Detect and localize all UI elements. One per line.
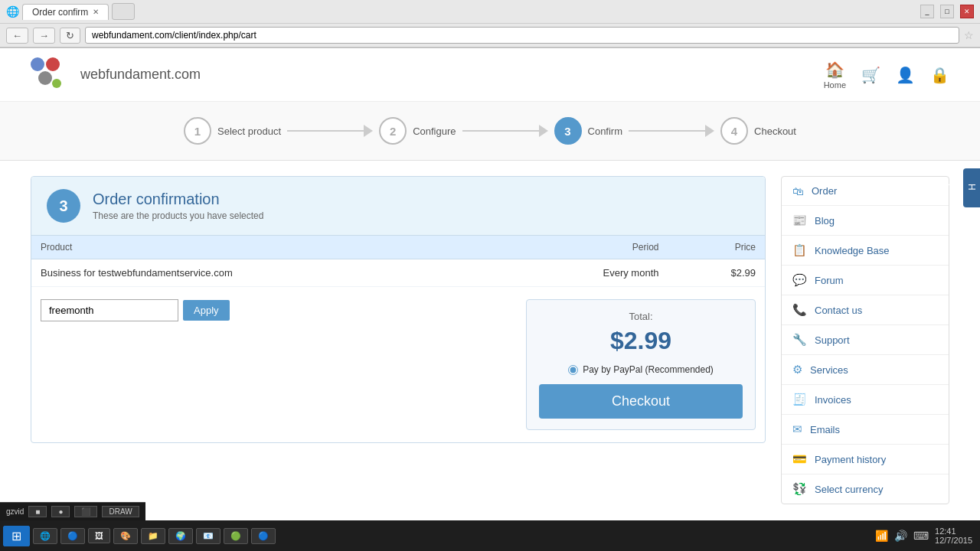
order-title: Order confirmation — [93, 191, 263, 208]
wizard-step-3: 3 Confirm — [554, 117, 623, 145]
cart-icon: 🛒 — [861, 66, 880, 84]
sidebar: 🛍 Order 📰 Blog 📋 Knowledge Base 💬 Forum … — [781, 176, 949, 504]
total-panel: Total: $2.99 Pay by PayPal (Recommended)… — [526, 299, 756, 430]
total-amount: $2.99 — [539, 327, 743, 355]
step-1-label: Select product — [217, 126, 281, 137]
page-wrapper: webfundament.com 🏠 Home 🛒 👤 🔒 1 Select p… — [0, 48, 980, 520]
forward-btn[interactable]: → — [33, 28, 55, 44]
browser-tab[interactable]: Order confirm ✕ — [22, 4, 109, 20]
step-4-label: Checkout — [754, 126, 796, 137]
logo-image — [31, 57, 73, 92]
payment-history-icon: 💳 — [792, 452, 807, 466]
forum-icon: 💬 — [792, 273, 807, 287]
browser-titlebar: 🌐 Order confirm ✕ _ □ ✕ — [0, 0, 980, 24]
sidebar-label-blog: Blog — [815, 215, 835, 227]
maximize-btn[interactable]: □ — [940, 5, 954, 18]
paypal-radio[interactable] — [568, 365, 578, 375]
rec-btn[interactable]: ● — [51, 506, 70, 517]
coupon-area: Apply — [41, 299, 511, 321]
refresh-btn[interactable]: ↻ — [60, 28, 80, 44]
apply-button[interactable]: Apply — [183, 300, 230, 321]
sidebar-label-services: Services — [810, 364, 848, 376]
bookmark-icon[interactable]: ☆ — [964, 29, 974, 41]
account-icon: 👤 — [896, 66, 915, 84]
sidebar-label-emails: Emails — [810, 424, 840, 435]
order-step-badge: 3 — [47, 189, 80, 223]
sidebar-label-contact: Contact us — [815, 305, 862, 316]
step-4-bubble: 4 — [720, 117, 748, 145]
order-bottom: Apply Total: $2.99 Pay by PayPal (Recomm… — [31, 287, 765, 442]
sidebar-item-payment-history[interactable]: 💳 Payment history — [782, 445, 949, 474]
sidebar-label-select-currency: Select currency — [815, 484, 884, 495]
product-table: Product Period Price Business for testwe… — [31, 236, 765, 287]
sidebar-item-order[interactable]: 🛍 Order — [782, 177, 949, 206]
sidebar-item-knowledge-base[interactable]: 📋 Knowledge Base — [782, 236, 949, 266]
site-header: webfundament.com 🏠 Home 🛒 👤 🔒 — [0, 48, 980, 102]
table-row: Business for testwebfundamentservice.com… — [31, 259, 765, 287]
order-card-title-area: Order confirmation These are the product… — [93, 191, 263, 221]
sidebar-item-forum[interactable]: 💬 Forum — [782, 266, 949, 295]
pause-btn[interactable]: ⬛ — [74, 506, 97, 517]
wizard-step-4: 4 Checkout — [720, 117, 796, 145]
wizard-step-2: 2 Configure — [379, 117, 456, 145]
total-label: Total: — [539, 311, 743, 322]
step-3-bubble: 3 — [554, 117, 582, 145]
browser-chrome: 🌐 Order confirm ✕ _ □ ✕ ← → ↻ ☆ — [0, 0, 980, 48]
order-card: 3 Order confirmation These are the produ… — [31, 176, 766, 443]
sidebar-item-select-currency[interactable]: 💱 Select currency — [782, 474, 949, 504]
invoices-icon: 🧾 — [792, 393, 807, 406]
sidebar-label-support: Support — [815, 334, 850, 346]
col-header-price: Price — [668, 236, 765, 259]
stop-btn[interactable]: ■ — [28, 506, 47, 517]
recording-bar: gzvid ■ ● ⬛ DRAW — [0, 502, 145, 520]
lock-icon: 🔒 — [930, 66, 949, 84]
account-nav-btn[interactable]: 👤 — [896, 66, 915, 84]
order-icon: 🛍 — [792, 184, 804, 197]
step-2-bubble: 2 — [379, 117, 407, 145]
support-icon: 🔧 — [792, 333, 807, 347]
sidebar-label-forum: Forum — [815, 275, 844, 286]
browser-nav: ← → ↻ ☆ — [0, 24, 980, 47]
checkout-button[interactable]: Checkout — [539, 384, 743, 419]
recording-label: gzvid — [6, 507, 24, 516]
cart-nav-btn[interactable]: 🛒 — [861, 66, 880, 84]
sidebar-item-support[interactable]: 🔧 Support — [782, 325, 949, 355]
address-bar[interactable] — [85, 27, 959, 44]
knowledge-base-icon: 📋 — [792, 243, 807, 257]
emails-icon: ✉ — [792, 422, 802, 436]
sidebar-item-emails[interactable]: ✉ Emails — [782, 415, 949, 445]
tab-close-btn[interactable]: ✕ — [93, 8, 99, 16]
header-nav: 🏠 Home 🛒 👤 🔒 — [824, 60, 949, 90]
payment-option: Pay by PayPal (Recommended) — [539, 364, 743, 375]
main-layout: 3 Order confirmation These are the produ… — [0, 161, 980, 520]
sidebar-label-knowledge-base: Knowledge Base — [815, 245, 890, 256]
product-period: Every month — [502, 259, 668, 287]
minimize-btn[interactable]: _ — [920, 5, 934, 18]
sidebar-menu: 🛍 Order 📰 Blog 📋 Knowledge Base 💬 Forum … — [781, 176, 949, 504]
services-icon: ⚙ — [792, 363, 802, 377]
home-nav-btn[interactable]: 🏠 Home — [824, 60, 846, 90]
back-btn[interactable]: ← — [6, 28, 28, 44]
col-header-product: Product — [31, 236, 502, 259]
sidebar-item-invoices[interactable]: 🧾 Invoices — [782, 385, 949, 415]
sidebar-item-blog[interactable]: 📰 Blog — [782, 206, 949, 236]
step-1-bubble: 1 — [184, 117, 211, 145]
payment-method-label: Pay by PayPal (Recommended) — [583, 364, 714, 375]
logo-text: webfundament.com — [80, 67, 201, 83]
product-name: Business for testwebfundamentservice.com — [31, 259, 502, 287]
step-2-label: Configure — [413, 126, 456, 137]
lock-nav-btn[interactable]: 🔒 — [930, 66, 949, 84]
coupon-input[interactable] — [41, 299, 178, 321]
contact-icon: 📞 — [792, 303, 807, 317]
order-card-header: 3 Order confirmation These are the produ… — [31, 177, 765, 236]
close-btn[interactable]: ✕ — [960, 5, 974, 18]
sidebar-item-services[interactable]: ⚙ Services — [782, 355, 949, 385]
home-nav-label: Home — [824, 80, 846, 90]
sidebar-item-contact[interactable]: 📞 Contact us — [782, 295, 949, 325]
help-panel[interactable]: Helponline — [963, 168, 980, 207]
col-header-period: Period — [502, 236, 668, 259]
draw-btn[interactable]: DRAW — [102, 506, 139, 517]
order-subtitle: These are the products you have selected — [93, 210, 263, 221]
home-icon: 🏠 — [825, 60, 844, 79]
product-price: $2.99 — [668, 259, 765, 287]
